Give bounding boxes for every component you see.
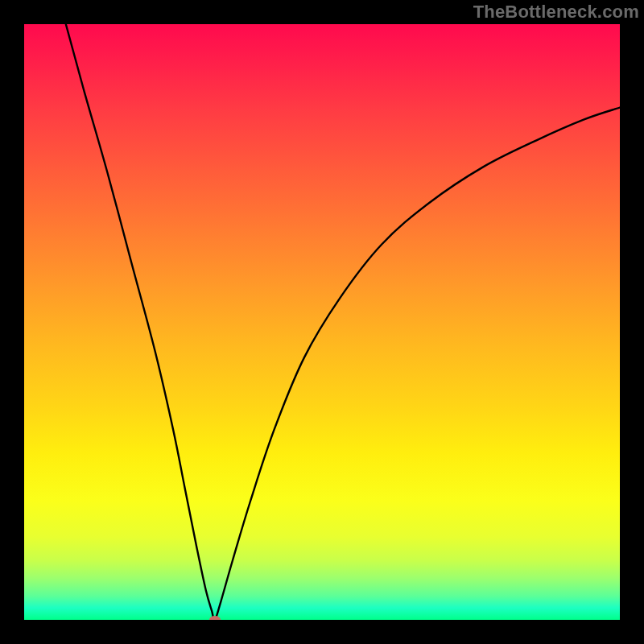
minimum-dot bbox=[209, 616, 221, 620]
watermark-text: TheBottleneck.com bbox=[473, 2, 639, 23]
plot-area bbox=[24, 24, 620, 620]
curve-svg bbox=[24, 24, 620, 620]
v-curve-path bbox=[66, 24, 620, 620]
chart-frame: TheBottleneck.com bbox=[0, 0, 644, 644]
